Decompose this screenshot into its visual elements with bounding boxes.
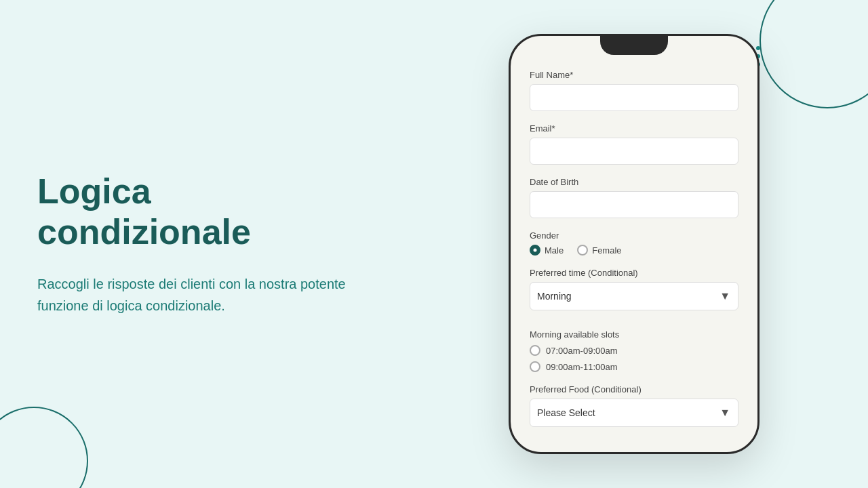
subtitle: Raccogli le risposte dei clienti con la …	[37, 273, 376, 317]
email-group: Email*	[530, 123, 738, 165]
full-name-group: Full Name*	[530, 70, 738, 111]
slot-radio-2[interactable]	[530, 361, 540, 372]
left-panel: Logica condizionale Raccogli le risposte…	[37, 171, 376, 317]
gender-male-option[interactable]: Male	[530, 245, 564, 256]
gender-female-option[interactable]: Female	[577, 245, 621, 256]
phone-content[interactable]: Full Name* Email* Date of Birth Gender	[511, 36, 757, 452]
preferred-food-select[interactable]: Please Select	[530, 399, 738, 427]
preferred-food-label: Preferred Food (Conditional)	[530, 384, 738, 394]
gender-male-radio[interactable]	[530, 245, 540, 256]
bg-circle-top-right	[760, 0, 868, 108]
dob-group: Date of Birth	[530, 177, 738, 218]
morning-slots-label: Morning available slots	[530, 329, 738, 340]
preferred-time-label: Preferred time (Conditional)	[530, 268, 738, 278]
gender-options: Male Female	[530, 245, 738, 256]
slot-label-2: 09:00am-11:00am	[546, 362, 618, 372]
gender-male-label: Male	[545, 245, 564, 256]
preferred-time-select-wrapper: Morning Afternoon Evening ▼	[530, 282, 738, 310]
email-input[interactable]	[530, 138, 738, 165]
phone-frame: Full Name* Email* Date of Birth Gender	[509, 34, 760, 454]
phone-container: Full Name* Email* Date of Birth Gender	[509, 34, 760, 454]
slot-options: 07:00am-09:00am 09:00am-11:00am	[530, 345, 738, 372]
preferred-food-select-wrapper: Please Select ▼	[530, 399, 738, 427]
preferred-time-select[interactable]: Morning Afternoon Evening	[530, 282, 738, 310]
gender-female-label: Female	[592, 245, 621, 256]
email-label: Email*	[530, 123, 738, 134]
preferred-time-group: Preferred time (Conditional) Morning Aft…	[530, 268, 738, 310]
full-name-input[interactable]	[530, 84, 738, 111]
title-line1: Logica	[37, 171, 151, 211]
morning-slots-group: Morning available slots 07:00am-09:00am …	[530, 323, 738, 372]
slot-option-1[interactable]: 07:00am-09:00am	[530, 345, 738, 356]
bg-circle-bottom-left	[0, 407, 88, 488]
full-name-label: Full Name*	[530, 70, 738, 80]
preferred-food-group: Preferred Food (Conditional) Please Sele…	[530, 384, 738, 427]
slot-label-1: 07:00am-09:00am	[546, 346, 618, 356]
gender-female-radio[interactable]	[577, 245, 588, 256]
dob-label: Date of Birth	[530, 177, 738, 187]
phone-notch	[600, 36, 668, 55]
main-title: Logica condizionale	[37, 171, 376, 253]
slot-option-2[interactable]: 09:00am-11:00am	[530, 361, 738, 372]
title-line2: condizionale	[37, 212, 251, 251]
gender-label: Gender	[530, 230, 738, 241]
slot-radio-1[interactable]	[530, 345, 540, 356]
gender-group: Gender Male Female	[530, 230, 738, 256]
dob-input[interactable]	[530, 191, 738, 218]
